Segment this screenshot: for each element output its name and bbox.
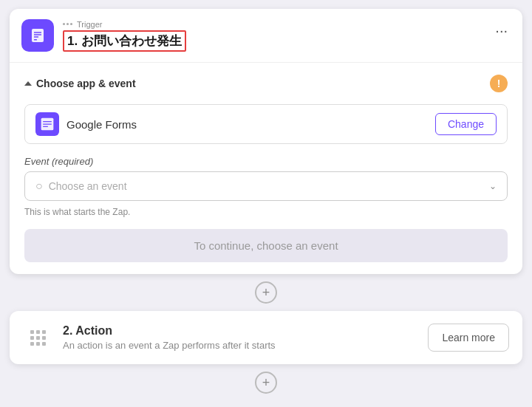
trigger-sublabel: Trigger [63,20,511,29]
svg-rect-4 [34,39,37,41]
action-icon-wrap [23,323,52,352]
app-row: Google Forms Change [24,104,508,144]
app-name: Google Forms [66,118,435,131]
section-title: Choose app & event [24,78,136,89]
event-field-label: Event (required) [24,156,508,167]
trigger-title: 1. お問い合わせ発生 [63,30,186,52]
svg-rect-0 [32,29,44,42]
search-icon: ○ [35,179,43,193]
chevron-down-icon: ⌄ [489,181,497,191]
trigger-step-label: Trigger [77,20,102,29]
connector-2: + [255,364,277,401]
trigger-header: Trigger 1. お問い合わせ発生 ··· [10,9,522,63]
chevron-up-icon [24,81,32,86]
continue-button[interactable]: To continue, choose an event [24,229,508,262]
learn-more-button[interactable]: Learn more [428,324,509,352]
connector-1: + [255,274,277,311]
grid-dots-icon [63,23,72,25]
warning-icon: ! [490,75,508,92]
event-helper-text: This is what starts the Zap. [24,207,508,217]
trigger-icon-wrap [21,19,54,52]
add-step-button-1[interactable]: + [255,281,277,304]
action-card: 2. Action An action is an event a Zap pe… [10,311,522,364]
action-dots-icon [30,330,46,346]
trigger-more-button[interactable]: ··· [492,19,511,42]
choose-app-section: Choose app & event ! Google Forms Change… [10,63,522,274]
google-forms-app-icon [40,117,55,131]
change-app-button[interactable]: Change [435,113,497,135]
app-icon-wrap [35,112,59,136]
trigger-label-group: Trigger 1. お問い合わせ発生 [63,20,511,52]
trigger-card: Trigger 1. お問い合わせ発生 ··· Choose app & eve… [10,9,522,274]
event-select[interactable]: ○ Choose an event ⌄ [24,171,508,201]
add-step-button-2[interactable]: + [255,372,277,394]
google-forms-icon [29,27,47,44]
section-header: Choose app & event ! [24,75,508,92]
section-title-text: Choose app & event [36,78,136,89]
action-description: An action is an event a Zap performs aft… [63,340,417,351]
action-text: 2. Action An action is an event a Zap pe… [63,324,417,351]
action-title: 2. Action [63,324,417,338]
event-placeholder: Choose an event [49,180,489,192]
